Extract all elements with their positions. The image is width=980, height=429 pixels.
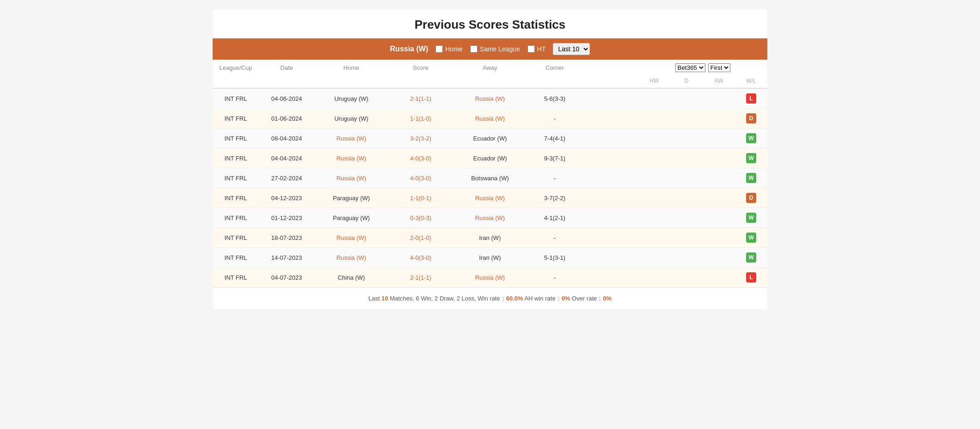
cell-home[interactable]: Russia (W) <box>314 170 388 186</box>
cell-away: Iran (W) <box>453 250 527 266</box>
cell-score: 1-1(0-1) <box>388 190 453 206</box>
footer-matches-count: 10 <box>381 295 388 302</box>
wl-badge: W <box>746 252 756 263</box>
footer-win-rate: 60.0% <box>506 295 523 302</box>
cell-hw <box>638 173 670 183</box>
cell-hw <box>638 213 670 222</box>
footer-ah-rate: 0% <box>562 295 570 302</box>
same-league-checkbox[interactable] <box>470 45 478 53</box>
cell-date: 04-12-2023 <box>259 190 314 206</box>
last-n-select[interactable]: Last 10 Last 5 Last 15 Last 20 <box>553 43 590 55</box>
cell-d <box>670 253 703 262</box>
home-team-link[interactable]: Russia (W) <box>337 175 366 182</box>
wl-badge: W <box>746 133 756 143</box>
ht-label: HT <box>537 45 546 53</box>
cell-corner: 7-4(4-1) <box>527 130 582 147</box>
rows-container: INT FRL 04-06-2024 Uruguay (W) 2-1(1-1) … <box>213 89 767 288</box>
cell-d <box>670 193 703 202</box>
wl-badge: L <box>746 93 756 104</box>
cell-home[interactable]: Russia (W) <box>314 230 388 246</box>
cell-wl: W <box>735 168 767 188</box>
sub-wl: W/L <box>735 76 767 88</box>
same-league-label: Same League <box>480 45 520 53</box>
first-select-1[interactable]: First Last <box>708 63 730 72</box>
cell-aw <box>703 253 735 262</box>
col-league: League/Cup <box>213 60 259 76</box>
cell-aw <box>703 273 735 282</box>
bet365-select-1[interactable]: Bet365 Other <box>675 63 705 72</box>
cell-home: Uruguay (W) <box>314 91 388 107</box>
cell-home: Uruguay (W) <box>314 110 388 127</box>
cell-corner: 5-6(3-3) <box>527 91 582 107</box>
cell-d <box>670 273 703 282</box>
cell-score: 0-3(0-3) <box>388 210 453 226</box>
cell-d <box>670 94 703 103</box>
table-row: INT FRL 27-02-2024 Russia (W) 4-0(3-0) B… <box>213 168 767 188</box>
cell-hw <box>638 114 670 123</box>
cell-date: 14-07-2023 <box>259 250 314 266</box>
col-header-row1: League/Cup Date Home Score Away Corner B… <box>213 60 767 76</box>
cell-date: 04-04-2024 <box>259 150 314 166</box>
table-row: INT FRL 08-04-2024 Russia (W) 3-2(3-2) E… <box>213 129 767 148</box>
cell-hw <box>638 134 670 143</box>
ht-checkbox[interactable] <box>527 45 535 53</box>
table-row: INT FRL 01-12-2023 Paraguay (W) 0-3(0-3)… <box>213 208 767 228</box>
cell-home[interactable]: Russia (W) <box>314 250 388 266</box>
cell-aw <box>703 193 735 202</box>
cell-score: 4-0(3-0) <box>388 170 453 186</box>
cell-aw <box>703 94 735 103</box>
cell-date: 04-07-2023 <box>259 270 314 286</box>
cell-date: 08-04-2024 <box>259 130 314 147</box>
away-team-link[interactable]: Russia (W) <box>475 214 505 221</box>
cell-home[interactable]: Russia (W) <box>314 150 388 166</box>
cell-corner: 5-1(3-1) <box>527 250 582 266</box>
table-row: INT FRL 18-07-2023 Russia (W) 2-0(1-0) I… <box>213 228 767 248</box>
cell-league: INT FRL <box>213 190 259 206</box>
cell-corner: - <box>527 230 582 246</box>
away-team-link[interactable]: Russia (W) <box>475 115 505 122</box>
table-row: INT FRL 04-06-2024 Uruguay (W) 2-1(1-1) … <box>213 89 767 109</box>
home-checkbox[interactable] <box>435 45 443 53</box>
wl-badge: D <box>746 193 756 203</box>
home-team-link[interactable]: Russia (W) <box>337 155 366 162</box>
home-team-link[interactable]: Russia (W) <box>337 135 366 142</box>
sub-hw: HW <box>638 76 670 88</box>
cell-away: Botswana (W) <box>453 170 527 186</box>
cell-away[interactable]: Russia (W) <box>453 91 527 107</box>
home-checkbox-label[interactable]: Home <box>435 45 462 53</box>
cell-home[interactable]: Russia (W) <box>314 130 388 147</box>
col-empty <box>582 60 638 76</box>
cell-score: 2-1(1-1) <box>388 270 453 286</box>
cell-d <box>670 153 703 163</box>
cell-wl: L <box>735 268 767 287</box>
home-team-link[interactable]: Russia (W) <box>337 254 366 261</box>
away-team-link[interactable]: Russia (W) <box>475 195 505 202</box>
bet-group-1: Bet365 Other First Last <box>638 60 767 76</box>
table-row: INT FRL 01-06-2024 Uruguay (W) 1-1(1-0) … <box>213 109 767 129</box>
col-away: Away <box>453 60 527 76</box>
footer-middle: Matches, 6 Win, 2 Draw, 2 Loss, Win rate… <box>388 295 506 302</box>
cell-empty <box>582 273 638 282</box>
cell-empty <box>582 253 638 262</box>
col-score: Score <box>388 60 453 76</box>
away-team-link[interactable]: Russia (W) <box>475 274 505 281</box>
cell-empty <box>582 134 638 143</box>
table-row: INT FRL 04-07-2023 China (W) 2-1(1-1) Ru… <box>213 268 767 288</box>
cell-away[interactable]: Russia (W) <box>453 190 527 206</box>
cell-away[interactable]: Russia (W) <box>453 110 527 127</box>
cell-away[interactable]: Russia (W) <box>453 210 527 226</box>
cell-date: 01-12-2023 <box>259 210 314 226</box>
cell-home: Paraguay (W) <box>314 210 388 226</box>
cell-empty <box>582 233 638 242</box>
home-team-link[interactable]: Russia (W) <box>337 234 366 241</box>
table-row: INT FRL 04-12-2023 Paraguay (W) 1-1(0-1)… <box>213 188 767 208</box>
same-league-checkbox-label[interactable]: Same League <box>470 45 520 53</box>
table-row: INT FRL 14-07-2023 Russia (W) 4-0(3-0) I… <box>213 248 767 268</box>
cell-away[interactable]: Russia (W) <box>453 270 527 286</box>
away-team-link[interactable]: Russia (W) <box>475 95 505 102</box>
wl-badge: W <box>746 213 756 223</box>
header-bar: Russia (W) Home Same League HT Last 10 L… <box>213 38 767 60</box>
cell-home: China (W) <box>314 270 388 286</box>
sub-d: D <box>670 76 703 88</box>
ht-checkbox-label[interactable]: HT <box>527 45 546 53</box>
